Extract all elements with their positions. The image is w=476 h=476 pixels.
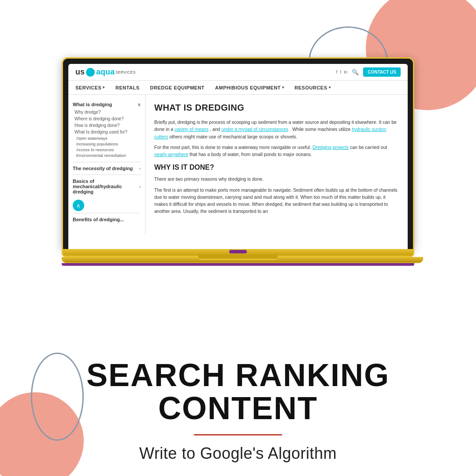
myriad-circumstances-link[interactable]: under a myriad of circumstances: [221, 126, 288, 132]
nav-rentals[interactable]: RENTALS: [115, 81, 140, 94]
sidebar-item-why-dredge[interactable]: Why dredge?: [73, 109, 141, 115]
scroll-to-top-button[interactable]: ∧: [73, 200, 84, 211]
linkedin-icon: in: [344, 70, 347, 74]
subtitle-text: Write to Google's Algorithm: [84, 444, 392, 463]
logo-circle-icon: [86, 68, 95, 77]
article-paragraph-1: Briefly put, dredging is the process of …: [154, 119, 399, 140]
resources-chevron-icon: ▾: [329, 86, 331, 89]
sidebar-items-list: Why dredge? Where is dredging done? How …: [73, 109, 141, 135]
article-paragraph-2: For the most part, this is done to make …: [154, 144, 399, 158]
laptop-screen-inner: us aqua SERVICES f t in 🔍 CONTACT US: [68, 64, 408, 249]
laptop-scroll-button[interactable]: [229, 250, 247, 253]
sidebar-section-necessity[interactable]: The necessity of dredging ›: [73, 164, 141, 173]
sidebar: What is dredging ∨ Why dredge? Where is …: [68, 95, 145, 234]
laptop-mockup: us aqua SERVICES f t in 🔍 CONTACT US: [62, 57, 414, 266]
nav-dredge-equipment[interactable]: DREDGE EQUIPMENT: [150, 81, 205, 94]
search-icon[interactable]: 🔍: [352, 69, 359, 75]
social-icons: f t in: [336, 70, 347, 74]
facebook-icon: f: [336, 70, 338, 74]
website-header: us aqua SERVICES f t in 🔍 CONTACT US: [68, 64, 408, 81]
sidebar-sub-items-list: Open waterways Increasing populations Ac…: [73, 135, 141, 158]
logo-us: us: [75, 67, 85, 77]
sidebar-necessity-arrow-icon: ›: [139, 166, 141, 171]
services-chevron-icon: ▾: [103, 86, 105, 89]
sidebar-basics-arrow-icon: ›: [139, 184, 141, 189]
website-logo: us aqua SERVICES: [75, 67, 135, 77]
sidebar-title-what-is-dredging[interactable]: What is dredging ∨: [73, 100, 141, 109]
sidebar-subitem-resources[interactable]: Access to resources: [76, 147, 141, 152]
laptop-bottom-strip: [62, 263, 414, 266]
headline-line-1: SEARCH RANKING: [84, 359, 392, 392]
website-main-content: What is dredging ∨ Why dredge? Where is …: [68, 95, 408, 234]
laptop-screen-outer: us aqua SERVICES f t in 🔍 CONTACT US: [62, 57, 414, 249]
sidebar-section-basics[interactable]: Basics of mechanical/hydraulic dredging …: [73, 177, 141, 196]
main-headline: SEARCH RANKING CONTENT: [84, 359, 392, 425]
contact-button[interactable]: CONTACT US: [363, 67, 401, 77]
sidebar-section-what-is-dredging: What is dredging ∨ Why dredge? Where is …: [73, 100, 141, 158]
decorative-outline-bottom-left: [31, 353, 84, 441]
sidebar-item-how-dredging-done[interactable]: How is dredging done?: [73, 122, 141, 129]
nav-services[interactable]: SERVICES ▾: [75, 81, 105, 94]
logo-services-text: SERVICES: [115, 70, 135, 74]
article-title: WHAT IS DREDGING: [154, 101, 399, 114]
sidebar-subitem-open-waterways[interactable]: Open waterways: [76, 135, 141, 141]
website-nav: SERVICES ▾ RENTALS DREDGE EQUIPMENT AMPH…: [68, 81, 408, 95]
nav-resources[interactable]: RESOURCES ▾: [294, 81, 331, 94]
article-content: WHAT IS DREDGING Briefly put, dredging i…: [145, 95, 408, 234]
twitter-icon: t: [340, 70, 342, 74]
article-why-done-title: WHY IS IT DONE?: [154, 162, 399, 173]
bottom-text-section: SEARCH RANKING CONTENT Write to Google's…: [84, 359, 392, 463]
sidebar-item-where-dredging-done[interactable]: Where is dredging done?: [73, 115, 141, 122]
sidebar-divider-3: [73, 213, 141, 213]
nav-amphibious-equipment[interactable]: AMPHIBIOUS EQUIPMENT ▾: [215, 81, 284, 94]
divider-line: [194, 434, 282, 435]
sidebar-subitem-environmental[interactable]: Environmental remediation: [76, 152, 141, 158]
dredging-projects-link[interactable]: Dredging projects: [312, 145, 349, 150]
laptop-base: [62, 249, 414, 257]
sidebar-chevron-icon: ∨: [138, 102, 141, 107]
sidebar-divider-1: [73, 162, 141, 162]
sidebar-section-benefits[interactable]: Benefits of dredging...: [73, 215, 141, 224]
sidebar-item-what-used-for[interactable]: What Is dredging used for?: [73, 129, 141, 135]
header-icons: f t in 🔍 CONTACT US: [336, 67, 401, 77]
logo-aqua-text: aqua: [96, 67, 115, 77]
sidebar-divider-2: [73, 175, 141, 175]
article-paragraph-3: There are two primary reasons why dredgi…: [154, 175, 399, 182]
variety-means-link[interactable]: variety of means: [175, 126, 208, 132]
sidebar-subitem-populations[interactable]: Increasing populations: [76, 141, 141, 147]
nearly-anywhere-link[interactable]: nearly anywhere: [154, 152, 188, 157]
article-paragraph-4: The first is an attempt to make ports mo…: [154, 186, 399, 215]
amphibious-chevron-icon: ▾: [282, 86, 284, 89]
headline-line-2: CONTENT: [84, 392, 392, 425]
